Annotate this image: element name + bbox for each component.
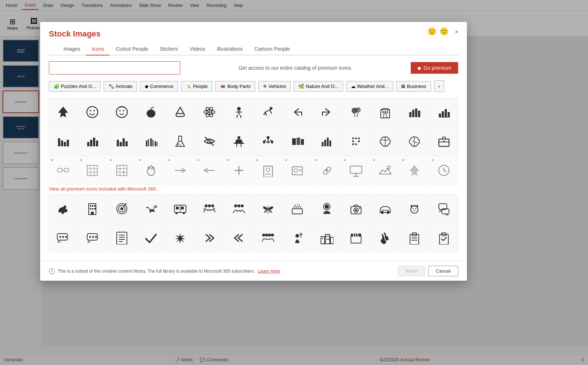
tab-illustrations[interactable]: Illustrations [211,43,248,55]
icon-office-building[interactable] [78,195,107,223]
icon-id-card[interactable]: ◆ [283,156,312,185]
category-business[interactable]: 🏛 Business [396,81,431,92]
icon-butterfly[interactable] [254,195,282,223]
icon-clap[interactable] [371,224,399,252]
category-vehicles[interactable]: ✈ Vehicles [258,81,291,92]
category-commerce[interactable]: ◆ Commerce [140,81,178,92]
icons-scroll-area[interactable]: ◆ ◆ ◆ ◆ ◆ ◆ ◆ ◆ ◆ ◆ ◆ ◆ ◆ ◆ View all pre… [49,98,458,255]
icon-bus[interactable] [166,195,194,223]
icon-chat-dots2[interactable] [78,224,107,252]
tab-images[interactable]: Images [58,43,86,55]
icon-brain1[interactable] [371,127,399,155]
icon-acorn[interactable]: ◆ [137,156,165,185]
category-nature[interactable]: 🌿 Nature And O... [294,81,343,92]
icon-person-card[interactable]: ◆ [254,156,282,185]
icon-chart-up[interactable] [78,127,107,155]
insert-button[interactable]: Insert [398,266,425,276]
icon-chart-mixed[interactable] [108,127,136,155]
icon-chat-bubbles[interactable] [430,195,458,223]
svg-point-71 [358,141,360,142]
icon-eye-slash[interactable] [195,127,224,155]
icon-braille[interactable] [342,127,370,155]
category-scroll-right[interactable]: › [434,80,444,92]
icon-checklist[interactable] [108,224,136,252]
icon-crowd1[interactable] [195,195,224,223]
icon-crowd2[interactable] [225,195,253,223]
icon-angel[interactable] [108,98,136,126]
icon-person-balloon[interactable] [283,224,312,252]
icon-3d-glasses[interactable]: ◆ [49,156,77,185]
icon-atom[interactable] [195,98,224,126]
category-bodyparts[interactable]: 👄 Body Parts [215,81,255,92]
icon-clipboard2[interactable] [430,224,458,252]
icon-cat[interactable] [400,195,429,223]
icon-apple[interactable] [137,98,165,126]
icon-baby[interactable] [225,98,253,126]
icon-brain2[interactable] [400,127,429,155]
icon-bird-landing[interactable] [137,195,165,223]
icon-reply[interactable] [283,98,312,126]
icon-clipboard1[interactable] [400,224,429,252]
icon-dbl-right[interactable] [195,224,224,252]
icon-chat-dots1[interactable] [49,224,77,252]
category-animals[interactable]: 🐾 Animals [104,81,137,92]
dialog-close-button[interactable]: × [452,28,461,36]
dislike-icon[interactable]: 🙁 [440,27,449,36]
icon-plane2[interactable]: ◆ [400,156,429,185]
like-icon[interactable]: 🙂 [428,27,437,36]
icon-forward[interactable] [313,98,341,126]
icon-person-headset[interactable] [313,195,341,223]
icon-team-large[interactable] [254,224,282,252]
go-premium-button[interactable]: ◆ Go premium [411,62,458,74]
icon-dinosaur[interactable] [49,195,77,223]
tab-videos[interactable]: Videos [184,43,211,55]
icon-grid-chart2[interactable]: ◆ [108,156,136,185]
icon-dbl-left[interactable] [225,224,253,252]
icon-sparkle-burst[interactable] [166,224,194,252]
icon-cityscape[interactable] [313,224,341,252]
tab-icons[interactable]: Icons [86,43,110,55]
icon-balloon[interactable] [342,98,370,126]
icon-clock[interactable]: ◆ [430,156,458,185]
icon-car[interactable] [371,195,399,223]
cancel-button[interactable]: Cancel [428,266,458,276]
icon-weightlift[interactable] [254,127,282,155]
svg-rect-118 [94,205,96,207]
tab-cartoon[interactable]: Cartoon People [248,43,295,55]
icon-billboard[interactable]: ◆ [342,156,370,185]
icon-plus[interactable]: ◆ [225,156,253,185]
icon-chart-grouped[interactable] [137,127,165,155]
icon-grid-chart[interactable]: ◆ [78,156,107,185]
learn-more-link[interactable]: Learn more [258,269,280,274]
icon-chart-bars3[interactable] [313,127,341,155]
icon-smile[interactable] [78,98,107,126]
icon-landscape[interactable]: ◆ [371,156,399,185]
icon-gymnastics[interactable] [254,98,282,126]
search-input[interactable] [49,61,180,74]
icon-bandage[interactable]: ◆ [313,156,341,185]
category-puzzles[interactable]: 🧩 Puzzles And G... [49,81,101,92]
icon-person-desk[interactable] [225,127,253,155]
icon-chart-bar1[interactable] [400,98,429,126]
icon-building[interactable] [371,98,399,126]
tab-cutout[interactable]: Cutout People [110,43,154,55]
category-people[interactable]: 🤸 People [181,81,212,92]
icon-airplane[interactable] [49,98,77,126]
premium-link[interactable]: View all premium icons included with Mic… [49,186,458,192]
icon-recycle[interactable] [166,98,194,126]
tab-stickers[interactable]: Stickers [154,43,184,55]
icon-chart-down[interactable] [49,127,77,155]
icon-checkmark[interactable] [137,224,165,252]
icon-flask[interactable] [166,127,194,155]
svg-point-50 [181,143,182,144]
icon-clapboard[interactable] [342,224,370,252]
icon-books[interactable] [283,127,312,155]
icon-camera[interactable] [342,195,370,223]
icon-chart-bar2[interactable] [430,98,458,126]
icon-target[interactable] [108,195,136,223]
icon-cake[interactable] [283,195,312,223]
icon-arrow-left[interactable]: ◆ [195,156,224,185]
icon-briefcase[interactable] [430,127,458,155]
icon-arrow-right[interactable]: ◆ [166,156,194,185]
category-weather[interactable]: ☁ Weather And... [346,81,393,92]
